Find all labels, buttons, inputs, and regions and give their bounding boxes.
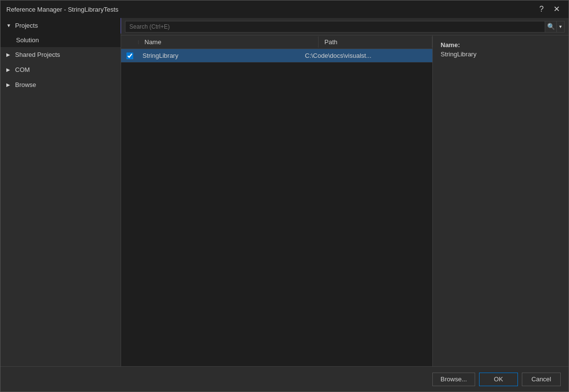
shared-projects-label: Shared Projects [15, 51, 60, 58]
sidebar-item-browse[interactable]: ▶ Browse [0, 77, 121, 92]
sidebar-item-solution[interactable]: Solution [0, 33, 121, 47]
table-body: StringLibrary C:\Code\docs\visualst... [121, 49, 432, 366]
footer: Browse... OK Cancel [0, 366, 569, 392]
search-dropdown-button[interactable]: ▼ [557, 21, 565, 33]
close-button[interactable]: ✕ [551, 4, 563, 14]
solution-label: Solution [16, 36, 39, 44]
search-input[interactable] [125, 21, 545, 33]
row-name-cell: StringLibrary [139, 50, 301, 61]
shared-projects-expand-arrow: ▶ [6, 52, 12, 57]
projects-label: Projects [15, 22, 38, 29]
projects-expand-arrow: ▼ [6, 23, 12, 28]
search-icon-button[interactable]: 🔍 [545, 21, 557, 33]
help-button[interactable]: ? [536, 4, 547, 14]
content-area: ▼ Projects Solution ▶ Shared Projects ▶ … [0, 18, 569, 366]
row-path-cell: C:\Code\docs\visualst... [301, 50, 432, 61]
header-path: Path [319, 36, 432, 48]
info-panel: Name: StringLibrary [432, 35, 569, 366]
table-row[interactable]: StringLibrary C:\Code\docs\visualst... [121, 49, 432, 63]
browse-label: Browse [15, 81, 36, 88]
browse-expand-arrow: ▶ [6, 82, 12, 87]
window-title: Reference Manager - StringLibraryTests [6, 6, 119, 13]
row-check-cell [121, 51, 139, 61]
table-header: Name Path [121, 35, 432, 49]
sidebar-item-shared-projects[interactable]: ▶ Shared Projects [0, 47, 121, 62]
header-name: Name [139, 36, 319, 48]
dialog-container: Reference Manager - StringLibraryTests ?… [0, 0, 569, 392]
title-bar-controls: ? ✕ [536, 4, 563, 14]
row-checkbox[interactable] [126, 52, 133, 59]
sidebar: ▼ Projects Solution ▶ Shared Projects ▶ … [0, 18, 121, 366]
com-expand-arrow: ▶ [6, 67, 12, 72]
header-check [121, 40, 139, 44]
sidebar-item-projects[interactable]: ▼ Projects [0, 18, 121, 33]
table-area: Name Path StringLibrary C:\Code\docs\vis… [121, 35, 432, 366]
info-name-label: Name: [441, 41, 561, 49]
middle-panel: Name Path StringLibrary C:\Code\docs\vis… [121, 35, 569, 366]
title-bar: Reference Manager - StringLibraryTests ?… [0, 0, 569, 18]
info-name-value: StringLibrary [441, 51, 561, 58]
main-content: 🔍 ▼ Name Path [121, 18, 569, 366]
com-label: COM [15, 66, 30, 73]
ok-button[interactable]: OK [479, 373, 518, 386]
browse-button[interactable]: Browse... [432, 373, 475, 386]
sidebar-item-com[interactable]: ▶ COM [0, 62, 121, 77]
search-bar: 🔍 ▼ [121, 18, 569, 35]
cancel-button[interactable]: Cancel [522, 373, 561, 386]
